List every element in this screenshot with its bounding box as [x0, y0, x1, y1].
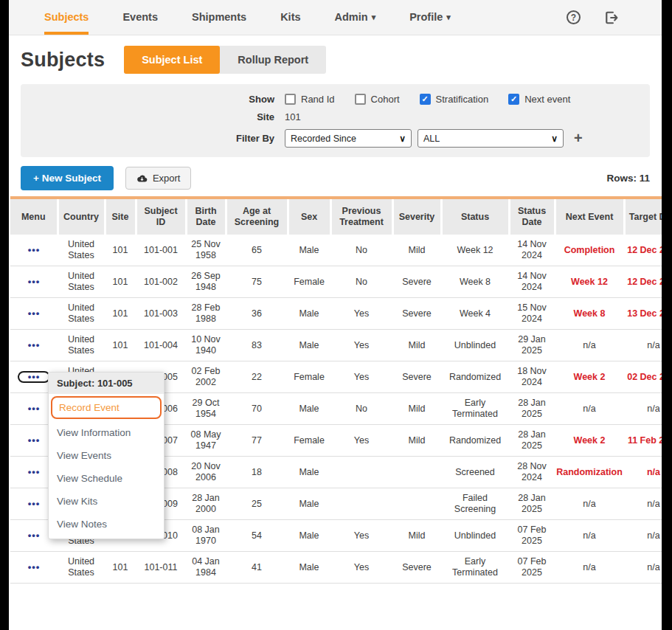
row-menu-button[interactable]: •••: [19, 246, 49, 255]
checkbox-checked-icon[interactable]: ✓: [508, 94, 519, 105]
filter-by-label: Filter By: [31, 133, 274, 144]
target-date-cell: n/a: [624, 552, 662, 584]
birth-date-cell: 26 Sep 1948: [186, 266, 226, 298]
prev-treatment-cell: Yes: [330, 361, 392, 393]
prev-treatment-cell: Yes: [330, 298, 392, 330]
add-filter-button[interactable]: +: [574, 130, 583, 147]
nav-item-kits[interactable]: Kits: [280, 0, 300, 35]
target-date-cell: n/a: [624, 393, 662, 425]
help-icon[interactable]: ?: [567, 10, 581, 24]
nav-item-admin[interactable]: Admin ▾: [335, 0, 376, 35]
sex-cell: Male: [288, 552, 330, 584]
next-event-cell: n/a: [555, 488, 624, 520]
checkbox-label: Next event: [524, 94, 570, 105]
target-date-cell: 13 Dec 2024: [624, 298, 662, 330]
filter-type-select[interactable]: Recorded Since ∨: [285, 129, 412, 148]
nav-item-subjects[interactable]: Subjects: [44, 0, 89, 35]
row-menu-button[interactable]: •••: [19, 499, 49, 508]
context-menu-item-view-notes[interactable]: View Notes: [49, 513, 164, 536]
status-cell: Unblinded: [441, 330, 509, 361]
severity-cell: Mild: [392, 425, 441, 457]
row-menu-button[interactable]: •••: [19, 404, 49, 413]
age-cell: 18: [226, 457, 288, 488]
status-date-cell: 18 Nov 2024: [509, 361, 555, 393]
birth-date-cell: 25 Nov 1958: [186, 235, 226, 266]
severity-cell: Severe: [392, 266, 441, 298]
target-date-cell: 12 Dec 2024: [624, 266, 662, 298]
country-cell: United States: [58, 552, 105, 584]
page-header: Subjects Subject List Rollup Report: [9, 35, 662, 81]
row-menu-button[interactable]: •••: [19, 341, 49, 350]
menu-cell: •••: [10, 235, 58, 266]
tab-rollup-report[interactable]: Rollup Report: [220, 46, 326, 74]
context-menu-item-view-schedule[interactable]: View Schedule: [49, 467, 164, 490]
age-cell: 22: [226, 361, 288, 393]
sex-cell: Male: [288, 330, 330, 361]
status-date-cell: 14 Nov 2024: [509, 266, 555, 298]
checkbox-unchecked-icon[interactable]: [285, 94, 296, 105]
next-event-cell: Week 2: [555, 361, 624, 393]
sex-cell: Female: [288, 266, 330, 298]
status-date-cell: 29 Jan 2025: [509, 330, 555, 361]
birth-date-cell: 08 Jan 1970: [186, 520, 226, 552]
checkbox-checked-icon[interactable]: ✓: [420, 94, 431, 105]
severity-cell: Mild: [392, 393, 441, 425]
checkbox-label: Stratification: [436, 94, 489, 105]
filter-value-select[interactable]: ALL ∨: [418, 129, 564, 148]
logout-icon[interactable]: [604, 10, 620, 25]
checkbox-next-event[interactable]: ✓Next event: [508, 94, 570, 105]
prev-treatment-cell: Yes: [330, 425, 392, 457]
table-row: •••United States101101-01104 Jan 198441M…: [10, 552, 662, 584]
column-header-status-date: Status Date: [509, 198, 555, 235]
site-value: 101: [285, 111, 640, 122]
birth-date-cell: 10 Nov 1940: [186, 330, 226, 361]
export-button[interactable]: Export: [125, 167, 192, 190]
filter-value-value: ALL: [423, 134, 440, 144]
row-menu-button[interactable]: •••: [19, 277, 49, 286]
context-menu-item-view-kits[interactable]: View Kits: [49, 490, 164, 513]
new-subject-button[interactable]: + New Subject: [21, 166, 114, 190]
context-menu-item-view-information[interactable]: View Information: [49, 421, 164, 444]
row-menu-button[interactable]: •••: [19, 373, 49, 381]
table-header-row: MenuCountrySiteSubject IDBirth DateAge a…: [10, 198, 662, 235]
context-menu-item-record-event[interactable]: Record Event: [51, 396, 162, 419]
nav-item-shipments[interactable]: Shipments: [192, 0, 246, 35]
context-menu-item-view-events[interactable]: View Events: [49, 444, 164, 467]
checkbox-stratification[interactable]: ✓Stratification: [420, 94, 489, 105]
row-menu-button[interactable]: •••: [19, 309, 49, 318]
status-date-cell: 28 Jan 2025: [509, 488, 555, 520]
column-header-previous-treatment: Previous Treatment: [330, 198, 392, 235]
checkbox-rand-id[interactable]: Rand Id: [285, 94, 335, 105]
status-cell: Early Terminated: [441, 393, 509, 425]
menu-cell: •••: [10, 330, 58, 361]
column-header-target-date: Target Date: [624, 198, 662, 235]
subject-id-cell: 101-001: [136, 235, 186, 266]
age-cell: 83: [226, 330, 288, 361]
row-menu-button[interactable]: •••: [19, 436, 49, 445]
row-menu-button[interactable]: •••: [19, 468, 49, 477]
site-cell: 101: [105, 235, 136, 266]
nav-item-events[interactable]: Events: [122, 0, 158, 35]
tab-group: Subject List Rollup Report: [124, 46, 326, 74]
row-menu-button[interactable]: •••: [19, 531, 49, 540]
prev-treatment-cell: [330, 457, 392, 488]
birth-date-cell: 28 Feb 1988: [186, 298, 226, 330]
checkbox-unchecked-icon[interactable]: [355, 94, 366, 105]
row-menu-button[interactable]: •••: [19, 563, 49, 572]
sex-cell: Female: [288, 361, 330, 393]
table-row: •••United States101101-00125 Nov 195865M…: [10, 235, 662, 266]
sex-cell: Male: [288, 520, 330, 552]
status-date-cell: 07 Feb 2025: [509, 552, 555, 584]
nav-item-profile[interactable]: Profile ▾: [409, 0, 451, 35]
tab-subject-list[interactable]: Subject List: [124, 46, 220, 74]
checkbox-cohort[interactable]: Cohort: [355, 94, 400, 105]
menu-cell: •••: [10, 266, 58, 298]
status-date-cell: 28 Jan 2025: [509, 393, 555, 425]
country-cell: United States: [58, 235, 105, 266]
next-event-cell: n/a: [555, 552, 624, 584]
status-cell: Week 8: [441, 266, 509, 298]
status-cell: Screened: [441, 457, 509, 488]
actions-row: + New Subject Export Rows: 11: [21, 166, 650, 190]
birth-date-cell: 20 Nov 2006: [186, 457, 226, 488]
menu-cell: •••: [10, 298, 58, 330]
